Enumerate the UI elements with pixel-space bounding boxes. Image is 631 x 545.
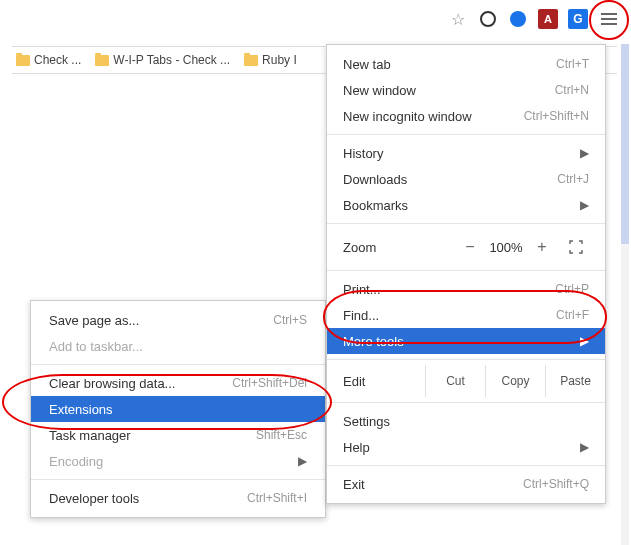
submenu-item-add-taskbar[interactable]: Add to taskbar... (31, 333, 325, 359)
chevron-right-icon: ▶ (580, 440, 589, 454)
zoom-in-button[interactable]: + (529, 234, 555, 260)
menu-item-bookmarks[interactable]: Bookmarks ▶ (327, 192, 605, 218)
paste-button[interactable]: Paste (545, 365, 605, 397)
submenu-item-save-page[interactable]: Save page as... Ctrl+S (31, 307, 325, 333)
chevron-right-icon: ▶ (580, 146, 589, 160)
menu-item-print[interactable]: Print... Ctrl+P (327, 276, 605, 302)
folder-icon (244, 55, 258, 66)
bookmark-label: W-I-P Tabs - Check ... (113, 53, 230, 67)
chevron-right-icon: ▶ (298, 454, 307, 468)
chrome-main-menu: New tab Ctrl+T New window Ctrl+N New inc… (326, 44, 606, 504)
submenu-item-dev-tools[interactable]: Developer tools Ctrl+Shift+I (31, 485, 325, 511)
submenu-item-clear-data[interactable]: Clear browsing data... Ctrl+Shift+Del (31, 370, 325, 396)
menu-separator (31, 364, 325, 365)
zoom-out-button[interactable]: − (457, 234, 483, 260)
menu-item-zoom: Zoom − 100% + (327, 229, 605, 265)
bookmark-label: Ruby I (262, 53, 297, 67)
bookmark-item[interactable]: W-I-P Tabs - Check ... (95, 53, 230, 67)
menu-item-exit[interactable]: Exit Ctrl+Shift+Q (327, 471, 605, 497)
menu-separator (31, 479, 325, 480)
folder-icon (16, 55, 30, 66)
scroll-thumb[interactable] (621, 44, 629, 244)
menu-item-more-tools[interactable]: More tools ▶ (327, 328, 605, 354)
page-scrollbar[interactable] (621, 44, 629, 545)
menu-separator (327, 134, 605, 135)
menu-item-new-window[interactable]: New window Ctrl+N (327, 77, 605, 103)
edit-label: Edit (343, 374, 425, 389)
cut-button[interactable]: Cut (425, 365, 485, 397)
translate-icon[interactable]: G (567, 8, 589, 30)
menu-item-help[interactable]: Help ▶ (327, 434, 605, 460)
menu-separator (327, 270, 605, 271)
zoom-label: Zoom (343, 240, 457, 255)
chevron-right-icon: ▶ (580, 198, 589, 212)
toolbar: ☆ A G (447, 6, 621, 32)
chevron-right-icon: ▶ (580, 334, 589, 348)
bookmark-item[interactable]: Check ... (16, 53, 81, 67)
submenu-item-extensions[interactable]: Extensions (31, 396, 325, 422)
submenu-item-encoding[interactable]: Encoding ▶ (31, 448, 325, 474)
menu-item-edit: Edit Cut Copy Paste (327, 365, 605, 397)
extension-icon-1[interactable] (477, 8, 499, 30)
submenu-item-task-manager[interactable]: Task manager Shift+Esc (31, 422, 325, 448)
menu-item-find[interactable]: Find... Ctrl+F (327, 302, 605, 328)
adobe-icon[interactable]: A (537, 8, 559, 30)
menu-separator (327, 359, 605, 360)
menu-button[interactable] (597, 7, 621, 31)
bookmark-item[interactable]: Ruby I (244, 53, 297, 67)
menu-item-incognito[interactable]: New incognito window Ctrl+Shift+N (327, 103, 605, 129)
folder-icon (95, 55, 109, 66)
menu-separator (327, 402, 605, 403)
menu-separator (327, 465, 605, 466)
fullscreen-button[interactable] (563, 234, 589, 260)
menu-item-new-tab[interactable]: New tab Ctrl+T (327, 51, 605, 77)
zoom-value: 100% (483, 240, 529, 255)
bookmark-label: Check ... (34, 53, 81, 67)
menu-item-history[interactable]: History ▶ (327, 140, 605, 166)
menu-item-downloads[interactable]: Downloads Ctrl+J (327, 166, 605, 192)
bookmark-star-icon[interactable]: ☆ (447, 8, 469, 30)
more-tools-submenu: Save page as... Ctrl+S Add to taskbar...… (30, 300, 326, 518)
copy-button[interactable]: Copy (485, 365, 545, 397)
extension-icon-2[interactable] (507, 8, 529, 30)
menu-item-settings[interactable]: Settings (327, 408, 605, 434)
menu-separator (327, 223, 605, 224)
